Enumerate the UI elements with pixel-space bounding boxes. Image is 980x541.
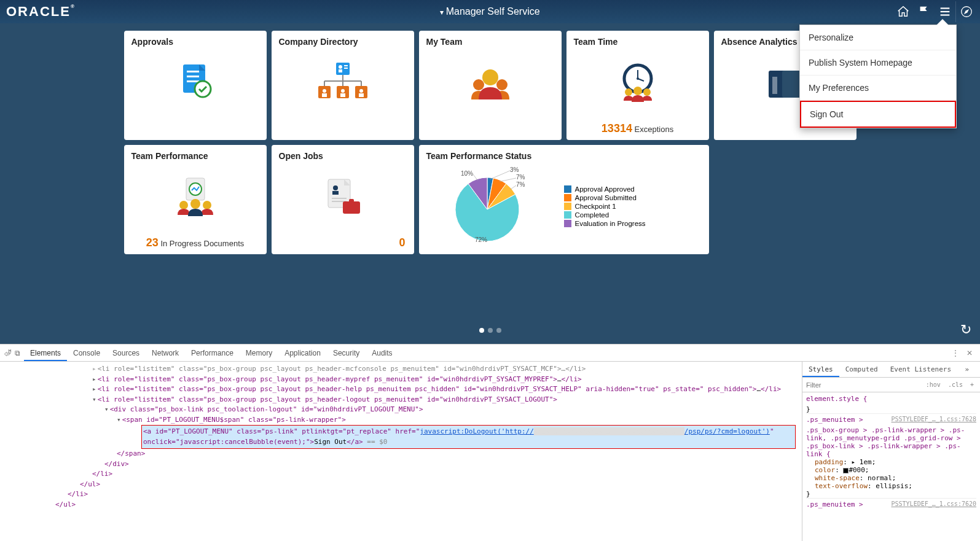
tile-team-performance[interactable]: Team Performance 23 In Progress Document…: [124, 145, 267, 254]
svg-point-25: [341, 89, 345, 93]
svg-rect-8: [187, 80, 199, 82]
menu-personalize[interactable]: Personalize: [800, 25, 956, 50]
svg-rect-14: [344, 68, 348, 69]
device-icon[interactable]: ⧉: [15, 349, 20, 357]
page-title[interactable]: Manager Self Service: [440, 6, 539, 17]
svg-line-55: [490, 171, 509, 179]
styles-tab[interactable]: Styles: [802, 362, 839, 377]
svg-rect-53: [343, 201, 360, 214]
styles-panel: Styles Computed Event Listeners » :hov .…: [802, 362, 980, 541]
tab-console[interactable]: Console: [67, 345, 106, 361]
tile-approvals[interactable]: Approvals: [124, 31, 267, 140]
computed-tab[interactable]: Computed: [839, 362, 884, 377]
flag-icon[interactable]: [914, 1, 935, 22]
tile-title: Team Time: [566, 31, 709, 49]
page-dots[interactable]: [479, 328, 501, 333]
styles-filter-input[interactable]: [806, 381, 921, 389]
svg-point-45: [203, 201, 211, 209]
tab-elements[interactable]: Elements: [24, 345, 67, 361]
tile-open-jobs[interactable]: Open Jobs 0: [272, 145, 414, 254]
hov-toggle[interactable]: :hov: [923, 380, 943, 389]
svg-rect-51: [332, 198, 347, 199]
devtools-panel: ⮰ ⧉ Elements Console Sources Network Per…: [0, 344, 980, 541]
svg-point-31: [482, 69, 498, 85]
svg-point-30: [496, 79, 508, 90]
devtools-close-icon[interactable]: ✕: [963, 349, 976, 357]
styles-body[interactable]: element.style { } PSSTYLEDEF_…_1.css:762…: [802, 392, 980, 541]
svg-point-11: [339, 65, 342, 69]
directory-icon: [315, 61, 370, 104]
svg-point-37: [643, 88, 651, 96]
svg-rect-13: [344, 65, 348, 66]
clock-team-icon: [610, 61, 665, 104]
tab-performance[interactable]: Performance: [185, 345, 240, 361]
selected-element[interactable]: <a id="PT_LOGOUT_MENU" class="ps-link" p…: [141, 425, 796, 449]
legend-item: Approval Submitted: [564, 194, 646, 201]
tab-memory[interactable]: Memory: [240, 345, 278, 361]
legend-item: Approval Approved: [564, 185, 646, 193]
tab-security[interactable]: Security: [327, 345, 366, 361]
dot-3[interactable]: [496, 328, 501, 333]
app-header: ORACLE® Manager Self Service: [0, 0, 980, 23]
cls-toggle[interactable]: .cls: [946, 380, 965, 389]
svg-rect-50: [332, 191, 339, 195]
svg-rect-28: [359, 93, 364, 97]
svg-rect-41: [772, 77, 777, 94]
svg-text:7%: 7%: [516, 174, 525, 181]
more-tabs-icon[interactable]: »: [958, 362, 975, 377]
tile-footer: 23 In Progress Documents: [124, 236, 267, 249]
tile-my-team[interactable]: My Team: [419, 31, 562, 140]
svg-rect-6: [187, 71, 199, 72]
tile-title: My Team: [419, 31, 562, 49]
tab-audits[interactable]: Audits: [366, 345, 398, 361]
svg-point-36: [625, 88, 632, 96]
svg-rect-54: [349, 199, 354, 203]
svg-point-38: [633, 87, 642, 95]
listeners-tab[interactable]: Event Listeners: [884, 362, 957, 377]
actions-menu: Personalize Publish System Homepage My P…: [799, 25, 957, 128]
menu-my-preferences[interactable]: My Preferences: [800, 76, 956, 101]
menu-sign-out[interactable]: Sign Out: [800, 101, 956, 128]
devtools-more-icon[interactable]: ⋮: [948, 349, 963, 357]
add-rule-icon[interactable]: +: [968, 380, 976, 389]
svg-point-46: [190, 199, 200, 209]
elements-tree[interactable]: ▸<li role="listitem" class="ps_box-group…: [0, 362, 802, 541]
svg-point-29: [473, 79, 484, 90]
svg-point-49: [333, 185, 338, 190]
svg-text:10%: 10%: [460, 170, 472, 177]
dot-1[interactable]: [479, 328, 484, 333]
tab-sources[interactable]: Sources: [106, 345, 146, 361]
svg-rect-7: [187, 76, 199, 77]
menu-publish-homepage[interactable]: Publish System Homepage: [800, 50, 956, 76]
tile-footer: 13314 Exceptions: [566, 122, 709, 135]
performance-icon: [168, 176, 223, 219]
tile-team-time[interactable]: Team Time 13314 Exceptions: [566, 31, 709, 140]
svg-text:72%: 72%: [474, 236, 487, 243]
jobs-icon: [318, 176, 367, 219]
tab-application[interactable]: Application: [278, 345, 327, 361]
svg-line-59: [510, 185, 516, 190]
inspect-icon[interactable]: ⮰: [4, 349, 11, 357]
oracle-logo: ORACLE®: [6, 4, 76, 20]
team-icon: [463, 61, 518, 104]
tab-network[interactable]: Network: [146, 345, 185, 361]
tile-title: Team Performance: [124, 145, 267, 163]
home-icon[interactable]: [893, 1, 914, 22]
svg-point-27: [359, 89, 363, 93]
tile-company-directory[interactable]: Company Directory: [272, 31, 414, 140]
svg-line-57: [499, 178, 515, 182]
compass-icon[interactable]: [955, 1, 976, 22]
dot-2[interactable]: [488, 328, 493, 333]
svg-point-23: [323, 89, 326, 93]
tile-performance-status[interactable]: Team Performance Status 3%7%7%72%10% App…: [419, 145, 709, 254]
tile-title: Company Directory: [272, 31, 414, 49]
devtools-tabs: ⮰ ⧉ Elements Console Sources Network Per…: [0, 344, 980, 362]
refresh-icon[interactable]: ↻: [960, 322, 971, 338]
approvals-icon: [171, 58, 220, 107]
svg-text:3%: 3%: [510, 166, 519, 173]
pie-chart: 3%7%7%72%10%: [429, 163, 552, 249]
pie-legend: Approval ApprovedApproval SubmittedCheck…: [564, 184, 646, 228]
svg-rect-12: [339, 69, 342, 72]
tile-footer: 0: [272, 236, 414, 249]
legend-item: Checkpoint 1: [564, 203, 646, 210]
